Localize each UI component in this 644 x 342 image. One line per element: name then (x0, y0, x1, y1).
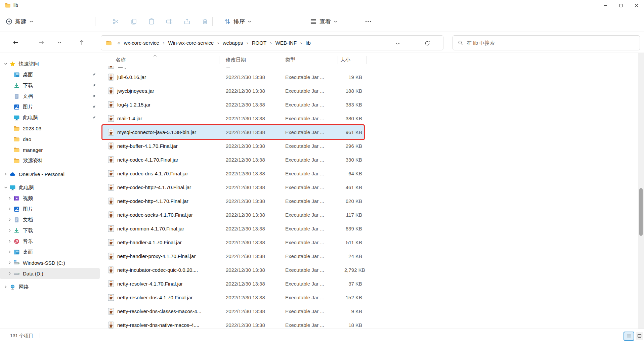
chevron-right-icon[interactable] (7, 271, 13, 275)
sidebar-item[interactable]: 此电脑 (0, 182, 100, 193)
details-view-button[interactable] (624, 332, 634, 341)
file-row[interactable]: netty-codec-4.1.70.Final.jar2022/12/30 1… (102, 153, 364, 167)
sidebar-item[interactable]: 快速访问 (0, 58, 100, 69)
file-row[interactable]: netty-resolver-dns-4.1.70.Final.jar2022/… (102, 291, 364, 304)
file-name: netty-resolver-dns-native-macos-4.... (117, 322, 226, 328)
file-row[interactable]: netty-codec-http2-4.1.70.Final.jar2022/1… (102, 180, 364, 194)
chevron-right-icon[interactable] (7, 250, 13, 254)
sidebar-item[interactable]: 网络 (0, 282, 100, 292)
chevron-right-icon[interactable] (3, 172, 9, 176)
sidebar-item[interactable]: 图片 (0, 101, 100, 112)
sidebar-item[interactable]: 桌面 (0, 247, 100, 257)
file-row[interactable]: netty-incubator-codec-quic-0.0.20....202… (102, 263, 364, 277)
file-size: 19 KB (344, 74, 364, 80)
sidebar-item[interactable]: Data (D:) (0, 268, 100, 279)
file-row[interactable]: netty-handler-proxy-4.1.70.Final.jar2022… (102, 249, 364, 263)
forward-button[interactable] (36, 37, 46, 47)
back-button[interactable] (10, 37, 20, 47)
file-row[interactable]: mysql-connector-java-5.1.38-bin.jar2022/… (102, 125, 364, 139)
file-row[interactable]: jwycbjnoyees.jar2022/12/30 13:38Executab… (102, 84, 364, 98)
address-bar[interactable]: « wx-core-service›Win-wx-core-service›we… (101, 35, 443, 50)
file-row[interactable]: netty-resolver-dns-classes-macos-4...202… (102, 304, 364, 318)
scrollbar-track[interactable] (638, 53, 644, 331)
breadcrumb-item[interactable]: Win-wx-core-service (167, 39, 215, 47)
address-dropdown-button[interactable] (394, 40, 400, 46)
column-header-type[interactable]: 类型 (285, 54, 295, 66)
file-row[interactable]: netty-resolver-4.1.70.Final.jar2022/12/3… (102, 277, 364, 291)
column-header-name[interactable]: 名称 (116, 54, 126, 66)
chevron-right-icon[interactable] (7, 196, 13, 200)
sidebar-item-label: 文档 (23, 93, 33, 99)
column-header-size[interactable]: 大小 (340, 54, 350, 66)
sidebar-item[interactable]: 2023-03 (0, 123, 100, 134)
file-row[interactable]: netty-codec-socks-4.1.70.Final.jar2022/1… (102, 208, 364, 222)
chevron-down-icon[interactable] (3, 185, 9, 189)
breadcrumb-item[interactable]: lib (304, 39, 312, 47)
cut-button[interactable] (110, 15, 122, 28)
file-row[interactable]: netty-buffer-4.1.70.Final.jar2022/12/30 … (102, 139, 364, 153)
sidebar-item[interactable]: OneDrive - Personal (0, 169, 100, 179)
sort-ascending-icon[interactable] (153, 54, 157, 57)
title-bar: lib (0, 0, 644, 11)
sidebar-item[interactable]: 桌面 (0, 69, 100, 80)
sidebar-item[interactable]: 图片 (0, 204, 100, 214)
breadcrumb-item[interactable]: ROOT (251, 39, 268, 47)
chevron-down-icon[interactable] (3, 62, 9, 66)
sidebar-item[interactable]: 音乐 (0, 236, 100, 247)
file-row[interactable]: netty-codec-http-4.1.70.Final.jar2022/12… (102, 194, 364, 208)
sidebar-item[interactable]: dao (0, 134, 100, 144)
more-button[interactable] (361, 15, 375, 28)
file-row[interactable]: netty-handler-4.1.70.Final.jar2022/12/30… (102, 236, 364, 249)
column-divider[interactable] (219, 56, 219, 64)
column-divider[interactable] (366, 56, 367, 64)
sidebar-item[interactable]: 下载 (0, 80, 100, 91)
up-button[interactable] (77, 37, 87, 47)
sidebar-item[interactable]: Windows-SSD (C:) (0, 257, 100, 268)
icons-view-button[interactable] (636, 332, 643, 340)
file-row[interactable]: mail-1.4.jar2022/12/30 13:38Executable J… (102, 112, 364, 125)
column-divider[interactable] (283, 56, 283, 64)
view-button[interactable]: 查看 (308, 15, 339, 28)
breadcrumb-item[interactable]: webapps (221, 39, 244, 47)
sidebar-item[interactable]: 文档 (0, 214, 100, 225)
sidebar-item[interactable]: manager (0, 144, 100, 155)
file-row[interactable]: netty-codec-dns-4.1.70.Final.jar2022/12/… (102, 167, 364, 180)
sidebar-item[interactable]: 视频 (0, 193, 100, 204)
sidebar-item[interactable]: 下载 (0, 225, 100, 236)
file-date: 2022/12/30 13:38 (226, 253, 285, 259)
chevron-right-icon[interactable] (7, 218, 13, 222)
rename-button[interactable] (163, 15, 175, 28)
file-name: netty-incubator-codec-quic-0.0.20.... (117, 267, 226, 273)
file-row[interactable]: log4j-1.2.15.jar2022/12/30 13:38Executab… (102, 98, 364, 112)
minimize-button[interactable] (598, 0, 613, 11)
sidebar-item[interactable]: 此电脑 (0, 112, 100, 123)
paste-button[interactable] (145, 15, 158, 28)
file-row[interactable]: netty-common-4.1.70.Final.jar2022/12/30 … (102, 222, 364, 236)
sidebar-item[interactable]: 致远资料 (0, 155, 100, 166)
sidebar-item-label: 此电脑 (23, 115, 38, 121)
file-row-partial[interactable] (102, 66, 364, 70)
maximize-button[interactable] (613, 0, 629, 11)
close-button[interactable] (629, 0, 644, 11)
chevron-right-icon[interactable] (7, 239, 13, 243)
sort-button[interactable]: 排序 (222, 15, 253, 28)
share-button[interactable] (181, 15, 193, 28)
new-button[interactable]: 新建 (3, 15, 35, 28)
column-header-date[interactable]: 修改日期 (226, 54, 246, 66)
refresh-button[interactable] (424, 40, 432, 47)
scrollbar-thumb[interactable] (639, 188, 643, 236)
delete-button[interactable] (199, 15, 211, 28)
chevron-right-icon[interactable] (3, 285, 9, 289)
file-row[interactable]: juli-6.0.16.jar2022/12/30 13:38Executabl… (102, 70, 364, 84)
sidebar-item[interactable]: 文档 (0, 91, 100, 101)
column-divider[interactable] (338, 56, 338, 64)
breadcrumb-item[interactable]: WEB-INF (274, 39, 298, 47)
search-icon (458, 40, 463, 46)
copy-button[interactable] (128, 15, 140, 28)
breadcrumb-item[interactable]: wx-core-service (123, 39, 161, 47)
chevron-right-icon[interactable] (7, 261, 13, 265)
search-input[interactable] (467, 40, 635, 46)
history-dropdown-button[interactable] (54, 37, 64, 47)
chevron-right-icon[interactable] (7, 207, 13, 211)
chevron-right-icon[interactable] (7, 228, 13, 232)
